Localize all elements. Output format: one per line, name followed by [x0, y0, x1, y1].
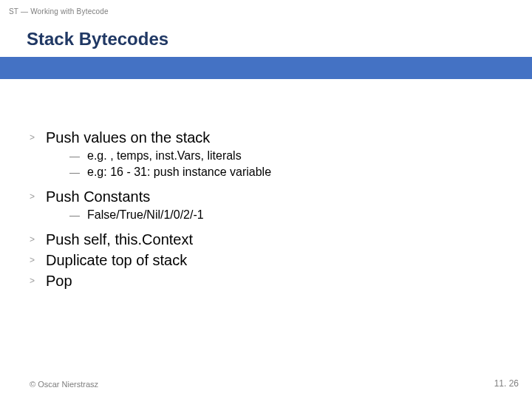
page-number: 11. 26 [494, 378, 519, 389]
content: > Push values on the stack — e.g. , temp… [0, 79, 532, 290]
bullet-text: Push self, this.Context [46, 230, 193, 249]
sub-text: e.g: 16 - 31: push instance variable [87, 165, 271, 180]
bullet-marker: > [30, 128, 46, 147]
breadcrumb: ST — Working with Bytecode [9, 7, 532, 16]
bullet-item: > Duplicate top of stack [30, 250, 532, 270]
header: ST — Working with Bytecode Stack Bytecod… [0, 0, 532, 50]
sub-text: e.g. , temps, inst.Vars, literals [87, 149, 242, 163]
bullet-marker: > [30, 250, 46, 270]
sub-item: — e.g. , temps, inst.Vars, literals [69, 149, 532, 163]
bullet-text: Pop [46, 271, 72, 290]
sub-text: False/True/Nil/1/0/2/-1 [87, 208, 204, 222]
bullet-group: > Push self, this.Context [30, 230, 532, 249]
bullet-item: > Push values on the stack [30, 128, 532, 147]
bullet-item: > Push self, this.Context [30, 230, 532, 249]
bullet-marker: > [30, 230, 46, 249]
slide: ST — Working with Bytecode Stack Bytecod… [0, 0, 532, 399]
bullet-group: > Push Constants — False/True/Nil/1/0/2/… [30, 187, 532, 222]
bullet-group: > Pop [30, 271, 532, 290]
sub-marker: — [69, 208, 87, 222]
bullet-group: > Duplicate top of stack [30, 250, 532, 270]
slide-title: Stack Bytecodes [27, 29, 532, 50]
sub-item: — e.g: 16 - 31: push instance variable [69, 165, 532, 180]
bullet-text: Duplicate top of stack [46, 250, 187, 270]
bullet-item: > Push Constants [30, 187, 532, 206]
accent-bar [0, 57, 532, 79]
bullet-marker: > [30, 271, 46, 290]
bullet-text: Push Constants [46, 187, 150, 206]
sub-marker: — [69, 149, 87, 163]
sub-marker: — [69, 165, 87, 180]
footer-copyright: © Oscar Nierstrasz [30, 380, 98, 389]
sub-item: — False/True/Nil/1/0/2/-1 [69, 208, 532, 222]
bullet-item: > Pop [30, 271, 532, 290]
bullet-text: Push values on the stack [46, 128, 210, 147]
bullet-marker: > [30, 187, 46, 206]
bullet-group: > Push values on the stack — e.g. , temp… [30, 128, 532, 180]
